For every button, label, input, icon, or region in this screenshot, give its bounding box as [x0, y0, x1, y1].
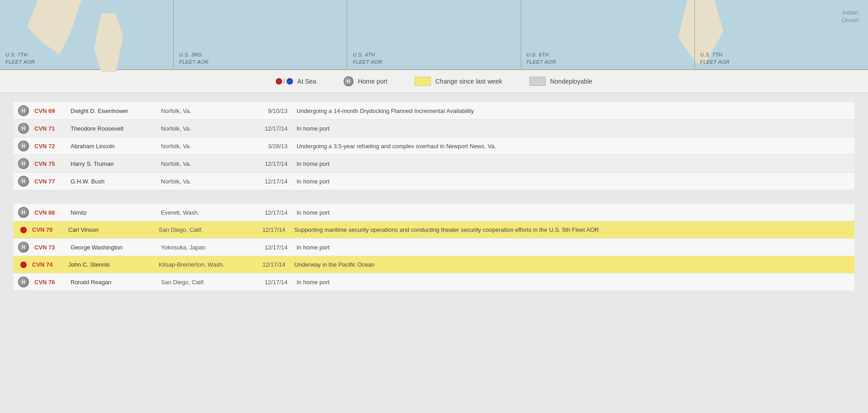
home-port-status-icon: H	[18, 242, 29, 253]
ship-date: 12/17/14	[249, 226, 294, 233]
ship-date: 3/28/13	[251, 143, 297, 150]
ship-status-note: In home port	[297, 125, 850, 132]
home-port-letter: H	[347, 79, 350, 84]
ship-name: John C. Stennis	[68, 261, 159, 268]
ship-date: 12/17/14	[251, 160, 297, 167]
ship-name: Carl Vinson	[68, 226, 159, 233]
ship-port: San Diego, Calif.	[159, 226, 249, 233]
legend-at-sea: / At Sea	[276, 78, 316, 85]
at-sea-status-icon	[20, 227, 27, 233]
home-port-icon: H	[344, 76, 354, 86]
ship-id: CVN 73	[34, 244, 71, 251]
home-port-status-icon: H	[18, 105, 29, 116]
ship-status-note: In home port	[297, 244, 850, 251]
indian-ocean-label: IndianOcean	[842, 9, 859, 24]
ship-status-note: Underway in the Pacific Ocean	[294, 261, 850, 268]
ship-port: San Diego, Calif.	[161, 279, 251, 286]
ship-status-note: In home port	[297, 178, 850, 185]
ship-id: CVN 69	[34, 108, 71, 114]
ship-date: 12/17/14	[251, 178, 297, 185]
ship-status-note: Supporting maritime security operations …	[294, 226, 850, 233]
at-sea-icon: /	[276, 78, 293, 85]
ship-id: CVN 72	[34, 143, 71, 150]
ship-name: Ronald Reagan	[71, 279, 161, 286]
change-since-label: Change since last week	[435, 78, 502, 85]
ship-date: 12/17/14	[249, 261, 294, 268]
at-sea-label: At Sea	[297, 78, 316, 85]
table-row: CVN 70Carl VinsonSan Diego, Calif.12/17/…	[14, 221, 854, 239]
ship-name: Abraham Lincoln	[71, 143, 161, 150]
change-box-icon	[415, 77, 431, 86]
table-row: HCVN 75Harry S. TrumanNorfolk, Va.12/17/…	[14, 155, 854, 173]
ship-port: Yokosuka, Japan	[161, 244, 251, 251]
ship-id: CVN 68	[34, 209, 71, 216]
ship-name: Harry S. Truman	[71, 160, 161, 167]
fleet-zone-label: U.S. 6THFLEET AOR	[527, 52, 694, 66]
map-section: IndianOcean U.S. 7THFLEET AOR U.S. 3RDFL…	[0, 0, 868, 70]
content-area: HCVN 69Dwight D. EisenhowerNorfolk, Va.9…	[0, 93, 868, 314]
group-pacific: HCVN 68NimitzEverett, Wash.12/17/14In ho…	[14, 204, 854, 291]
fleet-zone-us4th: U.S. 4THFLEET AOR	[347, 0, 521, 69]
ship-name: G.H.W. Bush	[71, 178, 161, 185]
ship-port: Norfolk, Va.	[161, 160, 251, 167]
ship-port: Norfolk, Va.	[161, 125, 251, 132]
legend-nondeployable: Nondeployable	[529, 77, 592, 86]
table-row: HCVN 69Dwight D. EisenhowerNorfolk, Va.9…	[14, 102, 854, 120]
home-port-label: Home port	[358, 78, 387, 85]
home-port-status-icon: H	[18, 277, 29, 287]
fleet-zone-us7th-west: U.S. 7THFLEET AOR	[0, 0, 174, 69]
ship-id: CVN 70	[32, 226, 68, 233]
ship-name: Dwight D. Eisenhower	[71, 108, 161, 114]
fleet-zone-us3rd: U.S. 3RDFLEET AOR	[174, 0, 347, 69]
ship-id: CVN 75	[34, 160, 71, 167]
table-row: HCVN 76Ronald ReaganSan Diego, Calif.12/…	[14, 273, 854, 291]
nondeployable-label: Nondeployable	[550, 78, 592, 85]
ship-id: CVN 77	[34, 178, 71, 185]
legend-change-since: Change since last week	[415, 77, 502, 86]
table-row: CVN 74John C. StennisKitsap-Bremerton, W…	[14, 256, 854, 273]
fleet-zone-label: U.S. 3RDFLEET AOR	[179, 52, 347, 66]
fleet-zone-label: U.S. 7THFLEET AOR	[5, 52, 173, 66]
table-row: HCVN 72Abraham LincolnNorfolk, Va.3/28/1…	[14, 137, 854, 155]
ship-date: 12/17/14	[251, 125, 297, 132]
ship-name: George Washington	[71, 244, 161, 251]
ship-date: 9/10/13	[251, 108, 297, 114]
group-atlantic: HCVN 69Dwight D. EisenhowerNorfolk, Va.9…	[14, 102, 854, 190]
legend-home-port: H Home port	[344, 76, 387, 86]
slash-separator: /	[283, 78, 285, 85]
ship-date: 12/17/14	[251, 244, 297, 251]
home-port-status-icon: H	[18, 207, 29, 218]
fleet-zone-label: U.S. 4THFLEET AOR	[353, 52, 520, 66]
ship-status-note: Undergoing a 14-month Drydocking Planned…	[297, 108, 850, 114]
ship-status-note: In home port	[297, 209, 850, 216]
table-row: HCVN 73George WashingtonYokosuka, Japan1…	[14, 239, 854, 256]
ship-id: CVN 74	[32, 261, 68, 268]
nondeployable-box-icon	[529, 77, 546, 86]
home-port-status-icon: H	[18, 141, 29, 151]
red-dot-icon	[276, 78, 282, 84]
ship-port: Norfolk, Va.	[161, 178, 251, 185]
ship-id: CVN 76	[34, 279, 71, 286]
fleet-zone-label: U.S. 7THFLEET AOR	[700, 52, 868, 66]
ship-date: 12/17/14	[251, 209, 297, 216]
fleet-zone-us6th: U.S. 6THFLEET AOR	[521, 0, 695, 69]
ship-port: Kitsap-Bremerton, Wash.	[159, 261, 249, 268]
ship-port: Norfolk, Va.	[161, 108, 251, 114]
ship-date: 12/17/14	[251, 279, 297, 286]
ship-status-note: In home port	[297, 279, 850, 286]
home-port-status-icon: H	[18, 176, 29, 187]
ship-port: Everett, Wash.	[161, 209, 251, 216]
ship-id: CVN 71	[34, 125, 71, 132]
at-sea-status-icon	[20, 262, 27, 268]
ship-name: Nimitz	[71, 209, 161, 216]
table-row: HCVN 71Theodore RooseveltNorfolk, Va.12/…	[14, 120, 854, 137]
ships-container: HCVN 69Dwight D. EisenhowerNorfolk, Va.9…	[14, 102, 854, 291]
table-row: HCVN 77G.H.W. BushNorfolk, Va.12/17/14In…	[14, 173, 854, 190]
ship-port: Norfolk, Va.	[161, 143, 251, 150]
ship-name: Theodore Roosevelt	[71, 125, 161, 132]
blue-dot-icon	[287, 78, 293, 84]
ship-status-note: Undergoing a 3.5-year refueling and comp…	[297, 143, 850, 150]
home-port-status-icon: H	[18, 123, 29, 134]
ship-status-note: In home port	[297, 160, 850, 167]
home-port-status-icon: H	[18, 158, 29, 169]
